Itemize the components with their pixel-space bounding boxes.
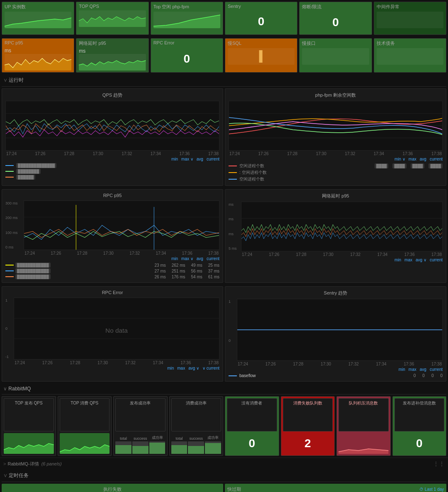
sentry-value: 0 [228,10,295,33]
top-qps-title: TOP QPS [79,4,146,9]
legend-color-rpc-2 [5,270,14,271]
rpc-p95-xaxis: 17:24 17:26 17:28 17:30 17:32 17:34 17:3… [24,251,219,256]
rabbitmq-section: TOP 发布 QPS TOP 消费 QPS 发布成功率 [0,395,448,458]
tech-debt-title: 技术债务 [377,40,443,46]
svg-marker-2 [153,15,220,28]
rpc-error-chart-title: RPC Error [5,290,219,295]
slow-sql-sparkline [228,48,295,65]
rpc-p95-chart-area [24,200,219,250]
legend-color-1 [5,165,14,166]
sentry-title: Sentry [228,4,295,9]
runtime-section-header[interactable]: 运行时 [0,74,448,86]
rmq-publish-supplement-value: 0 [394,433,445,454]
slow-interface-card: 慢接口 [299,38,372,73]
rpc-error-value: 0 [153,47,220,71]
sched-exec-fail-title: 执行失败 [4,486,221,492]
rmq-publish-mini-bars: total success 成功率 [115,433,166,454]
network-p95-title: 网络延时 p95 [79,40,146,46]
svg-marker-0 [5,18,71,28]
top-fpm-title: Top 空闲 php-fpm [153,4,220,10]
rmq-consume-qps-card: TOP 消费 QPS [58,396,112,456]
rpc-error-chart-panel: RPC Error 1 0 -1 No data 17:24 [2,286,223,382]
svg-marker-3 [5,58,71,71]
rmq-publish-qps-title: TOP 发布 QPS [4,398,54,431]
legend-color-rpc-1 [5,265,14,265]
scheduled-section-header[interactable]: 定时任务 [0,470,448,482]
rpc-error-controls: min max avg ∨ ∨ current [5,366,219,370]
rmq-queue-backlog-title: 队列积压消息数 [338,398,389,431]
rabbitmq-section-header[interactable]: RabbitMQ [0,383,448,394]
rpc-p95-chart-title: RPC p95 [5,193,219,198]
rmq-publish-qps-card: TOP 发布 QPS [2,396,56,456]
top-metrics-grid: UP 实例数 TOP QPS Top 空闲 php-fpm Sentr [0,0,448,37]
rmq-consume-fail-card: 消费失败队列数 2 [281,396,335,456]
publish-rate-bar [149,441,166,454]
php-fpm-legend: 空闲进程个数 ████ ████ ████ ████ : 空闲进程个数 空闲进程… [229,163,443,182]
php-fpm-chart-area [229,101,443,151]
php-fpm-chart-panel: php-fpm 剩余空闲数 17:24 17:26 17:28 17:30 17… [225,88,446,186]
rmq-publish-rate-card: 发布成功率 total success 成功率 [113,396,168,456]
sched-expiring-card: 快过期 ⏱ Last 1 day 0 [225,484,446,492]
rpc-p95-legend: ████████████ 23 ms 262 ms 49 ms 25 ms ██… [5,263,219,279]
rmq-publish-sparkline [4,433,54,454]
php-fpm-xaxis: 17:24 17:26 17:28 17:30 17:32 17:34 17:3… [229,151,443,156]
charts-row-1: QPS 趋势 17:24 17:26 17:28 17:30 17:32 17:… [0,87,448,188]
rmq-consume-fail-title: 消费失败队列数 [283,398,333,431]
tech-debt-card: 技术债务 [374,38,446,73]
rpc-error-yaxis: 1 0 -1 [5,297,14,360]
middleware-error-card: 中间件异常 [374,2,446,35]
scheduled-section: 执行失败 0 快过期 ⏱ Last 1 day 0 [0,482,448,492]
top-fpm-sparkline [153,12,220,28]
network-p95-sparkline [79,54,146,71]
rmq-publish-rate-title: 发布成功率 [115,398,166,431]
rmq-consume-mini-bars: total success 成功率 [171,433,222,454]
rpc-p95-unit: ms [5,48,11,54]
sentry-trend-chart-title: Sentry 趋势 [229,290,443,296]
network-p95-chart-area [241,202,443,251]
rmq-consume-fail-value: 2 [283,433,333,454]
legend-color-3 [5,177,14,178]
qps-chart-title: QPS 趋势 [5,92,219,98]
consume-rate-bar [205,441,221,454]
top-qps-sparkline [79,10,146,27]
qps-chart-area [5,101,219,151]
network-p95-chart-title: 网络延时 p95 [229,193,443,199]
rpc-p95-chart-wrapper: 300 ms 200 ms 100 ms 0 ms [5,200,219,250]
rpc-error-chart-wrapper: 1 0 -1 No data [5,297,219,360]
rpc-error-title: RPC Error [153,40,220,45]
sentry-trend-legend: baseflow 0 0 0 0 [229,373,443,378]
svg-marker-4 [79,61,146,71]
rmq-queue-backlog-card: 队列积压消息数 [336,396,391,456]
network-p95-card: 网络延时 p95 ms [76,38,149,73]
legend-color-fpm-1 [229,166,237,166]
rmq-no-consumer-value: 0 [227,433,277,454]
rabbitmq-detail-row[interactable]: RabbitMQ-详情 (6 panels) ⋮⋮ [0,458,448,470]
rmq-publish-supplement-card: 发布进补偿消息数 0 [392,396,447,456]
rmq-consume-sparkline [60,433,110,454]
up-instances-title: UP 实例数 [5,4,71,10]
sentry-trend-chart-panel: Sentry 趋势 1 0 17:24 17:26 17:28 [225,286,446,382]
php-fpm-controls: min ∨ max avg current [229,157,443,161]
up-instances-sparkline [5,12,71,28]
rmq-consume-rate-card: 消费成功率 total success 成功率 [169,396,224,456]
charts-row-2: RPC p95 300 ms 200 ms 100 ms 0 ms [0,188,448,285]
rpc-p95-yaxis: 300 ms 200 ms 100 ms 0 ms [5,200,24,250]
legend-color-2 [5,171,14,172]
network-p95-xaxis: 17:24 17:26 17:28 17:30 17:32 17:34 17:3… [241,252,443,257]
middleware-error-sparkline [377,12,443,28]
sentry-trend-xaxis: 17:24 17:26 17:28 17:30 17:32 17:34 17:3… [237,362,443,366]
middleware-error-title: 中间件异常 [377,4,443,10]
network-p95-chart-wrapper: ms ms ms 5 ms [229,202,443,251]
top-fpm-card: Top 空闲 php-fpm [151,2,223,35]
consume-total-bar [171,441,187,454]
rpc-error-card: RPC Error 0 [151,38,223,73]
rmq-consume-qps-title: TOP 消费 QPS [60,398,110,431]
top-qps-card: TOP QPS [76,2,149,35]
up-instances-card: UP 实例数 [2,2,74,35]
php-fpm-chart-title: php-fpm 剩余空闲数 [229,92,443,98]
qps-chart-panel: QPS 趋势 17:24 17:26 17:28 17:30 17:32 17:… [2,88,223,186]
consume-success-bar [188,441,204,454]
slow-sql-title: 慢SQL [228,40,295,46]
rpc-error-chart-area: No data [14,297,219,360]
rabbitmq-detail-grip-icon: ⋮⋮ [433,460,445,467]
